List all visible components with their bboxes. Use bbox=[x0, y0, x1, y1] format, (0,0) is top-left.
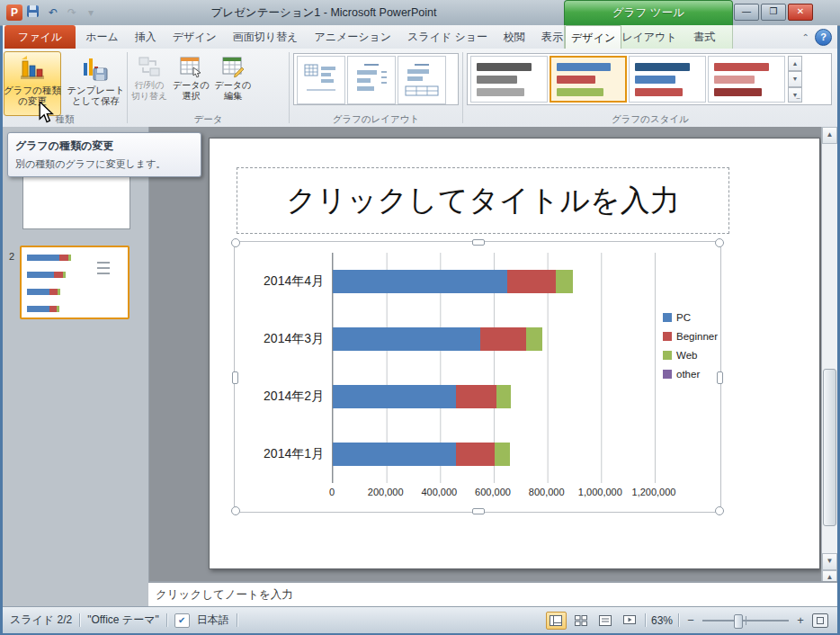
minimize-ribbon-icon[interactable]: ⌃ bbox=[802, 32, 809, 42]
bar-segment-Beginner[interactable] bbox=[456, 385, 496, 408]
legend-swatch bbox=[663, 370, 672, 379]
chart-style-option-style-grayscale[interactable] bbox=[470, 56, 548, 103]
bar-segment-Web[interactable] bbox=[526, 327, 542, 351]
tab-スライド ショー[interactable]: スライド ショー bbox=[399, 25, 496, 49]
legend-item-Beginner[interactable]: Beginner bbox=[663, 331, 718, 342]
chart-style-gallery bbox=[469, 56, 786, 103]
reading-view-button[interactable] bbox=[596, 613, 615, 629]
zoom-slider-thumb[interactable] bbox=[734, 614, 743, 629]
bar-segment-Web[interactable] bbox=[496, 385, 511, 408]
select-data-button[interactable]: データの 選択 bbox=[172, 51, 210, 116]
gallery-scroll-up-icon[interactable]: ▲ bbox=[788, 56, 802, 71]
normal-view-button[interactable] bbox=[546, 612, 567, 630]
gallery-more-icon[interactable]: ▼̲ bbox=[788, 87, 802, 103]
powerpoint-app-icon[interactable]: P bbox=[6, 4, 22, 21]
slideshow-view-button[interactable] bbox=[621, 613, 639, 629]
slide-sorter-view-button[interactable] bbox=[572, 613, 591, 629]
bar-segment-Beginner[interactable] bbox=[480, 327, 526, 351]
gallery-scroll-down-icon[interactable]: ▼ bbox=[788, 71, 802, 86]
chart-bar-row[interactable] bbox=[333, 425, 655, 483]
tab-ファイル[interactable]: ファイル bbox=[4, 25, 76, 49]
contextual-tab-書式[interactable]: 書式 bbox=[677, 25, 732, 49]
selection-handle[interactable] bbox=[472, 508, 485, 514]
scroll-down-icon[interactable]: ▼ bbox=[822, 553, 837, 570]
chart-style-option-style-multicolor[interactable] bbox=[550, 56, 627, 103]
save-as-template-button[interactable]: テンプレート として保存 bbox=[67, 51, 124, 116]
minimize-button[interactable]: — bbox=[734, 4, 759, 21]
bar-segment-Web[interactable] bbox=[495, 443, 509, 466]
chart-object[interactable]: 2014年4月2014年3月2014年2月2014年1月 PCBeginnerW… bbox=[234, 241, 721, 513]
redo-icon[interactable]: ↷ bbox=[65, 5, 79, 20]
close-button[interactable]: ✕ bbox=[788, 4, 813, 21]
bar-segment-Beginner[interactable] bbox=[507, 270, 556, 293]
tooltip-title: グラフの種類の変更 bbox=[15, 139, 193, 154]
mini-chart-legend bbox=[97, 262, 110, 314]
tab-デザイン[interactable]: デザイン bbox=[165, 25, 225, 49]
zoom-slider[interactable] bbox=[702, 613, 789, 628]
spell-check-icon[interactable]: ✔ bbox=[174, 613, 190, 628]
chart-layout-option-3[interactable] bbox=[398, 56, 446, 104]
bar-segment-PC[interactable] bbox=[333, 443, 456, 466]
scroll-up-icon[interactable]: ▲ bbox=[822, 127, 837, 144]
tab-校閲[interactable]: 校閲 bbox=[496, 25, 533, 49]
qat-dropdown-icon[interactable]: ▾ bbox=[84, 5, 98, 20]
selection-handle[interactable] bbox=[715, 238, 724, 247]
zoom-out-icon[interactable]: − bbox=[684, 614, 697, 627]
scrollbar-thumb[interactable] bbox=[823, 369, 836, 526]
language-indicator[interactable]: 日本語 bbox=[197, 613, 229, 628]
contextual-tab-デザイン[interactable]: デザイン bbox=[565, 25, 621, 49]
undo-icon[interactable]: ↶ bbox=[46, 5, 60, 20]
tab-アニメーション[interactable]: アニメーション bbox=[306, 25, 399, 49]
chart-layout-option-1[interactable] bbox=[297, 56, 345, 104]
maximize-button[interactable]: ❐ bbox=[761, 4, 786, 21]
notes-pane[interactable]: クリックしてノートを入力 bbox=[148, 581, 837, 606]
group-label-type: 種類 bbox=[3, 113, 127, 126]
chart-bar-row[interactable] bbox=[333, 253, 655, 310]
chart-tools-contextual-header: グラフ ツール bbox=[564, 0, 733, 26]
tab-ホーム[interactable]: ホーム bbox=[77, 25, 127, 49]
selection-handle[interactable] bbox=[472, 239, 485, 246]
chart-layout-option-2[interactable] bbox=[347, 56, 396, 104]
switch-row-column-button[interactable]: 行/列の 切り替え bbox=[130, 51, 168, 116]
selection-handle[interactable] bbox=[715, 506, 724, 515]
save-icon[interactable] bbox=[27, 5, 41, 20]
chart-layout-2-icon bbox=[353, 61, 389, 99]
change-chart-type-icon bbox=[18, 54, 47, 83]
zoom-in-icon[interactable]: + bbox=[794, 614, 807, 627]
status-bar-left: スライド 2/2 "Office テーマ" ✔ 日本語 bbox=[3, 613, 237, 628]
tab-挿入[interactable]: 挿入 bbox=[127, 25, 165, 49]
legend-item-other[interactable]: other bbox=[663, 369, 718, 380]
select-data-label-1: データの bbox=[173, 80, 210, 91]
bar-segment-Web[interactable] bbox=[556, 270, 573, 293]
x-axis-tick: 1,200,000 bbox=[632, 487, 676, 497]
fit-to-window-icon[interactable] bbox=[812, 613, 828, 628]
help-icon[interactable]: ? bbox=[815, 29, 832, 46]
bar-segment-PC[interactable] bbox=[333, 385, 456, 408]
theme-name[interactable]: "Office テーマ" bbox=[87, 613, 159, 628]
edit-data-button[interactable]: データの 編集 bbox=[214, 51, 252, 116]
selection-handle[interactable] bbox=[717, 371, 723, 384]
slide-2-thumbnail[interactable] bbox=[20, 246, 130, 319]
chart-x-axis: 0200,000400,000600,000800,0001,000,0001,… bbox=[332, 483, 654, 501]
ribbon-group-data: 行/列の 切り替え データの 選択 bbox=[128, 49, 289, 127]
zoom-level[interactable]: 63% bbox=[651, 614, 673, 627]
legend-item-PC[interactable]: PC bbox=[663, 312, 718, 323]
title-placeholder[interactable]: クリックしてタイトルを入力 bbox=[237, 167, 729, 234]
tab-画面切り替え[interactable]: 画面切り替え bbox=[225, 25, 307, 49]
vertical-scrollbar: ▲ ▼ ▲▲ ▼▼ bbox=[821, 127, 837, 606]
legend-item-Web[interactable]: Web bbox=[663, 350, 718, 361]
selection-handle[interactable] bbox=[231, 506, 240, 515]
selection-handle[interactable] bbox=[231, 238, 240, 247]
bar-segment-PC[interactable] bbox=[333, 327, 480, 351]
chart-style-option-style-red[interactable] bbox=[708, 56, 785, 103]
slide-canvas[interactable]: クリックしてタイトルを入力 2014年4月2014年3月2014年2月2014年… bbox=[209, 138, 820, 569]
bar-segment-Beginner[interactable] bbox=[456, 443, 495, 466]
chart-category-label: 2014年4月 bbox=[242, 253, 332, 310]
bar-segment-PC[interactable] bbox=[333, 270, 507, 293]
chart-style-option-style-blue[interactable] bbox=[629, 56, 706, 103]
chart-bar-row[interactable] bbox=[333, 368, 655, 425]
scrollbar-track[interactable] bbox=[822, 144, 837, 553]
selection-handle[interactable] bbox=[232, 371, 238, 384]
contextual-tab-レイアウト[interactable]: レイアウト bbox=[621, 25, 676, 49]
chart-bar-row[interactable] bbox=[333, 310, 655, 368]
